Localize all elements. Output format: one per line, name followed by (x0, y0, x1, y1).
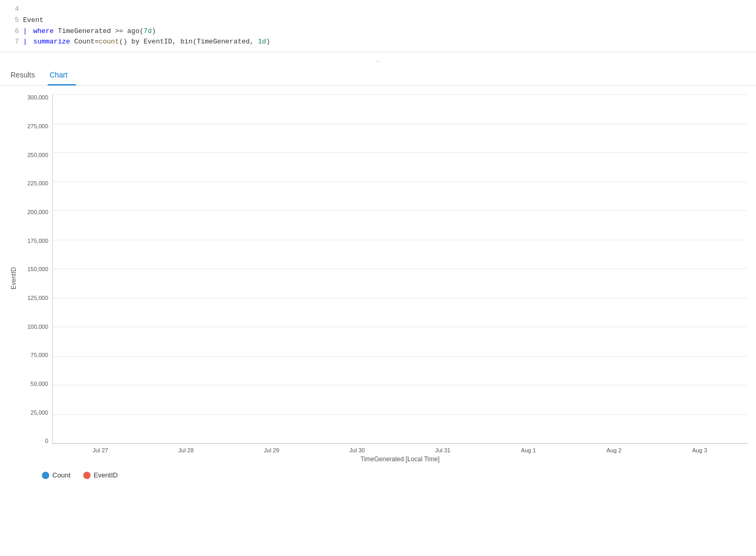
x-label: Aug 2 (571, 447, 657, 453)
chart-area: EventID 025,00050,00075,000100,000125,00… (0, 86, 756, 463)
chart-inner: 025,00050,00075,000100,000125,000150,000… (21, 94, 748, 463)
y-tick: 100,000 (21, 324, 48, 330)
x-label: Jul 28 (143, 447, 229, 453)
y-tick: 225,000 (21, 180, 48, 186)
chart-legend: CountEventID (0, 463, 756, 487)
x-label: Aug 1 (486, 447, 572, 453)
bars-row (53, 94, 748, 443)
x-axis-title: TimeGenerated [Local Time] (52, 455, 748, 463)
y-tick: 275,000 (21, 123, 48, 129)
code-line: 4 (6, 4, 750, 15)
x-label: Aug 3 (657, 447, 743, 453)
legend-item: EventID (83, 471, 118, 479)
x-label: Jul 31 (400, 447, 486, 453)
y-tick: 25,000 (21, 409, 48, 416)
y-tick: 75,000 (21, 352, 48, 358)
tab-chart[interactable]: Chart (48, 66, 76, 85)
line-content: Event (23, 15, 43, 26)
tab-results[interactable]: Results (8, 66, 43, 85)
chart-bars-area (52, 94, 748, 444)
x-axis: Jul 27Jul 28Jul 29Jul 30Jul 31Aug 1Aug 2… (52, 444, 748, 453)
legend-item: Count (42, 471, 71, 479)
y-axis: 025,00050,00075,000100,000125,000150,000… (21, 94, 52, 444)
x-label: Jul 29 (229, 447, 315, 453)
code-editor: 45Event6| where TimeGenerated >= ago(7d)… (0, 0, 756, 52)
y-tick: 50,000 (21, 381, 48, 387)
line-content: | summarize Count=count() by EventID, bi… (23, 37, 270, 48)
y-tick: 125,000 (21, 295, 48, 301)
line-number: 7 (6, 37, 19, 48)
x-label: Jul 30 (315, 447, 401, 453)
line-number: 5 (6, 15, 19, 26)
line-content: | where TimeGenerated >= ago(7d) (23, 26, 156, 37)
code-line: 5Event (6, 15, 750, 26)
legend-dot-blue (42, 472, 49, 479)
y-tick: 300,000 (21, 94, 48, 101)
code-line: 6| where TimeGenerated >= ago(7d) (6, 26, 750, 37)
x-label: Jul 27 (58, 447, 143, 453)
y-tick: 150,000 (21, 266, 48, 272)
y-tick: 200,000 (21, 209, 48, 215)
tabs-bar: Results Chart (0, 66, 756, 86)
line-number: 4 (6, 4, 19, 15)
y-axis-label: EventID (8, 94, 19, 463)
code-ellipsis: ... (0, 52, 756, 64)
legend-label: EventID (94, 471, 118, 479)
legend-label: Count (52, 471, 71, 479)
chart-plot: 025,00050,00075,000100,000125,000150,000… (21, 94, 748, 444)
line-number: 6 (6, 26, 19, 37)
legend-dot-orange (83, 472, 91, 479)
y-tick: 250,000 (21, 152, 48, 158)
code-line: 7| summarize Count=count() by EventID, b… (6, 37, 750, 48)
y-tick: 175,000 (21, 238, 48, 244)
y-tick: 0 (21, 438, 48, 444)
